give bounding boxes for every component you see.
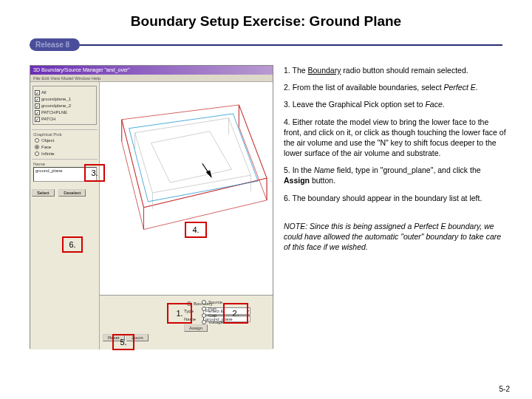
step-4: 4. Either rotate the model view to bring…	[284, 117, 508, 159]
radio-icon[interactable]	[35, 138, 39, 143]
step-2: 2. From the list of available boundaries…	[284, 82, 508, 92]
callout-5: 5.	[112, 334, 134, 350]
vis-item[interactable]: groundplane_2	[35, 103, 95, 109]
vis-item[interactable]: PATCHPLNE	[35, 109, 95, 115]
svg-marker-1	[122, 120, 144, 230]
window-menubar: File Edit View Model Window Help	[30, 75, 273, 82]
step-5: 5. In the Name field, type in "ground_pl…	[284, 165, 508, 185]
svg-marker-12	[129, 114, 259, 202]
pick-option[interactable]: Object	[35, 137, 98, 143]
svg-marker-6	[135, 118, 251, 193]
vis-item[interactable]: PATCH	[35, 116, 95, 122]
callout-3: 3.	[84, 164, 105, 182]
release-bar: Release 8	[30, 37, 502, 53]
release-rule	[30, 44, 502, 46]
vis-item[interactable]: groundplane_1	[35, 96, 95, 102]
svg-marker-7	[151, 132, 231, 183]
radio-icon[interactable]	[202, 300, 206, 304]
note: NOTE: Since this is being assigned a Per…	[284, 221, 508, 253]
checkbox-icon[interactable]	[35, 97, 40, 102]
pick-option[interactable]: Infinite	[35, 151, 98, 157]
radio-icon[interactable]	[202, 307, 206, 311]
radio-icon[interactable]	[202, 320, 206, 324]
radio-icon[interactable]	[202, 313, 206, 318]
callout-2: 2.	[223, 303, 248, 324]
release-pill: Release 8	[30, 38, 80, 51]
page-title: Boundary Setup Exercise: Ground Plane	[0, 0, 532, 34]
select-button[interactable]: Select	[32, 189, 55, 197]
callout-4: 4.	[185, 222, 207, 238]
checkbox-icon[interactable]	[35, 110, 40, 115]
pick-option[interactable]: Face	[35, 144, 98, 150]
svg-marker-14	[207, 171, 211, 177]
checkbox-icon[interactable]	[35, 103, 40, 109]
page-number: 5-2	[499, 385, 510, 393]
step-1: 1. The Boundary radio button should rema…	[284, 65, 508, 75]
window-titlebar: 3D Boundary/Source Manager "and_over"	[30, 66, 273, 75]
svg-marker-2	[239, 105, 267, 200]
step-6: 6. The boundary should appear in the bou…	[284, 193, 508, 203]
radio-icon[interactable]	[35, 151, 39, 156]
left-panel: All groundplane_1 groundplane_2 PATCHPLN…	[30, 82, 100, 349]
checkbox-icon[interactable]	[35, 117, 40, 122]
checkbox-icon[interactable]	[35, 90, 40, 95]
visibility-group: All groundplane_1 groundplane_2 PATCHPLN…	[33, 86, 97, 125]
graphical-pick-label: Graphical Pick	[33, 132, 98, 137]
callout-1: 1.	[167, 303, 192, 324]
radio-icon[interactable]	[35, 145, 39, 149]
model-wireframe	[100, 82, 273, 295]
callout-6: 6.	[62, 236, 83, 253]
model-viewport[interactable]	[100, 82, 273, 295]
instructions: 1. The Boundary radio button should rema…	[284, 65, 508, 259]
vis-item[interactable]: All	[35, 89, 95, 95]
step-3: 3. Leave the Graphical Pick option set t…	[284, 99, 508, 109]
deselect-button[interactable]: Deselect	[58, 189, 86, 197]
